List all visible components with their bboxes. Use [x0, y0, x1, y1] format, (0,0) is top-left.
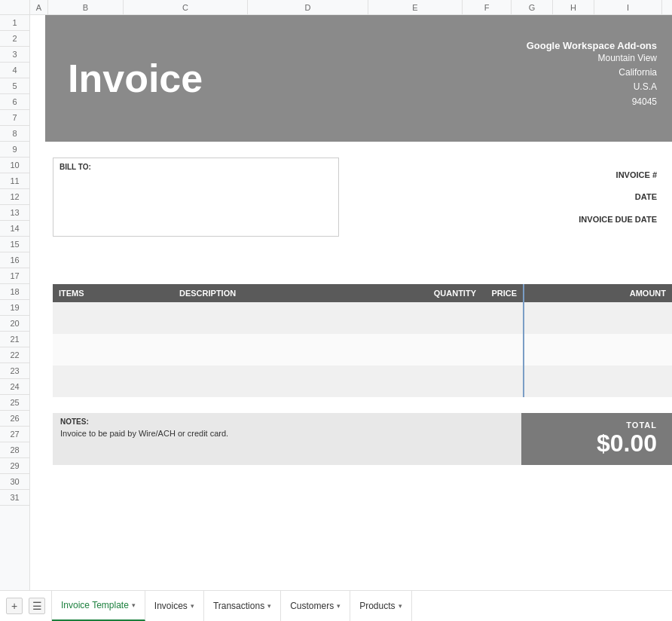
- items-table: ITEMS DESCRIPTION QUANTITY PRICE AMOUNT: [53, 284, 672, 397]
- row-num-24: 24: [0, 379, 29, 395]
- row-num-12: 12: [0, 189, 29, 205]
- total-section: TOTAL $0.00: [521, 413, 672, 465]
- row-num-3: 3: [0, 47, 29, 63]
- col-header-d[interactable]: D: [248, 0, 368, 14]
- invoice-title: Invoice: [68, 56, 203, 101]
- table-row[interactable]: [53, 302, 672, 334]
- amount-cell-3[interactable]: [524, 366, 672, 397]
- table-row[interactable]: [53, 366, 672, 397]
- qty-cell-3[interactable]: [407, 366, 482, 397]
- row-num-18: 18: [0, 284, 29, 300]
- desc-cell-1[interactable]: [173, 302, 407, 334]
- total-amount: $0.00: [597, 430, 657, 457]
- invoice-title-section: Invoice: [45, 15, 521, 142]
- company-info: Google Workspace Add-ons Mountain View C…: [521, 15, 672, 142]
- th-amount: AMOUNT: [524, 284, 672, 302]
- tab-transactions[interactable]: Transactions ▾: [204, 591, 281, 621]
- company-zip: 94045: [521, 95, 657, 109]
- bill-section: BILL TO: INVOICE # DATE INVOICE DUE DATE: [45, 158, 672, 237]
- tabs-list: Invoice Template ▾ Invoices ▾ Transactio…: [52, 591, 672, 621]
- sheet-content[interactable]: Invoice Google Workspace Add-ons Mountai…: [30, 15, 672, 590]
- tab-transactions-caret: ▾: [267, 602, 271, 610]
- tab-controls: + ☰: [0, 591, 52, 621]
- table-row[interactable]: [53, 334, 672, 366]
- notes-section: NOTES: Invoice to be paid by Wire/ACH or…: [53, 413, 521, 465]
- company-city: Mountain View: [521, 51, 657, 66]
- row-num-8: 8: [0, 126, 29, 142]
- tab-customers-label: Customers: [290, 601, 334, 611]
- row-num-9: 9: [0, 142, 29, 158]
- col-header-i[interactable]: I: [594, 0, 662, 14]
- th-price: PRICE: [482, 284, 524, 302]
- qty-cell-1[interactable]: [407, 302, 482, 334]
- tab-bar: + ☰ Invoice Template ▾ Invoices ▾ Transa…: [0, 590, 672, 621]
- table-body: [53, 302, 672, 397]
- add-sheet-button[interactable]: +: [6, 598, 23, 614]
- tab-transactions-label: Transactions: [213, 601, 264, 611]
- price-cell-2[interactable]: [482, 334, 524, 366]
- col-header-c[interactable]: C: [124, 0, 248, 14]
- notes-label: NOTES:: [60, 418, 514, 426]
- row-num-10: 10: [0, 158, 29, 173]
- desc-cell-2[interactable]: [173, 334, 407, 366]
- tab-invoice-template[interactable]: Invoice Template ▾: [52, 591, 145, 621]
- company-country: U.S.A: [521, 80, 657, 94]
- row-num-27: 27: [0, 427, 29, 442]
- row-num-1: 1: [0, 15, 29, 31]
- tab-invoices[interactable]: Invoices ▾: [145, 591, 204, 621]
- table-header: ITEMS DESCRIPTION QUANTITY PRICE AMOUNT: [53, 284, 672, 302]
- col-header-g[interactable]: G: [512, 0, 553, 14]
- item-cell-3[interactable]: [53, 366, 173, 397]
- desc-cell-3[interactable]: [173, 366, 407, 397]
- row-num-13: 13: [0, 205, 29, 221]
- row-num-26: 26: [0, 411, 29, 427]
- row-num-6: 6: [0, 94, 29, 110]
- tab-products[interactable]: Products ▾: [350, 591, 411, 621]
- bottom-section: NOTES: Invoice to be paid by Wire/ACH or…: [45, 413, 672, 465]
- bill-to-label: BILL TO:: [60, 163, 332, 171]
- tab-customers-caret: ▾: [337, 602, 341, 610]
- th-items: ITEMS: [53, 284, 173, 302]
- company-name: Google Workspace Add-ons: [521, 40, 657, 51]
- qty-cell-2[interactable]: [407, 334, 482, 366]
- row-num-30: 30: [0, 474, 29, 490]
- tab-products-caret: ▾: [399, 602, 402, 610]
- empty-row-8: [45, 142, 672, 158]
- invoice-header: Invoice Google Workspace Add-ons Mountai…: [45, 15, 672, 142]
- row-num-7: 7: [0, 110, 29, 126]
- empty-row-24: [45, 397, 672, 413]
- tab-invoices-caret: ▾: [191, 602, 194, 610]
- tab-customers[interactable]: Customers ▾: [281, 591, 350, 621]
- col-header-b[interactable]: B: [48, 0, 124, 14]
- price-cell-3[interactable]: [482, 366, 524, 397]
- row-num-17: 17: [0, 268, 29, 284]
- row-num-16: 16: [0, 252, 29, 268]
- date-label: DATE: [339, 189, 657, 204]
- sheet-list-button[interactable]: ☰: [29, 598, 45, 614]
- row-num-4: 4: [0, 63, 29, 78]
- item-cell-1[interactable]: [53, 302, 173, 334]
- bill-to-box[interactable]: BILL TO:: [53, 158, 339, 237]
- tab-invoice-template-label: Invoice Template: [61, 600, 129, 610]
- row-numbers: 1234567891011121314151617181920212223242…: [0, 15, 30, 590]
- row-num-11: 11: [0, 173, 29, 189]
- col-header-h[interactable]: H: [553, 0, 594, 14]
- col-header-f[interactable]: F: [463, 0, 512, 14]
- col-header-a[interactable]: A: [30, 0, 48, 14]
- row-num-5: 5: [0, 78, 29, 94]
- spreadsheet: A B C D E F G H I 1234567891011121314151…: [0, 0, 672, 590]
- column-headers: A B C D E F G H I: [0, 0, 672, 15]
- item-cell-2[interactable]: [53, 334, 173, 366]
- col-header-e[interactable]: E: [368, 0, 463, 14]
- row-num-2: 2: [0, 31, 29, 47]
- tab-products-label: Products: [359, 601, 395, 611]
- amount-cell-1[interactable]: [524, 302, 672, 334]
- row-num-15: 15: [0, 237, 29, 252]
- price-cell-1[interactable]: [482, 302, 524, 334]
- row-num-14: 14: [0, 221, 29, 237]
- corner-cell: [0, 0, 30, 14]
- amount-cell-2[interactable]: [524, 334, 672, 366]
- tab-invoice-template-caret: ▾: [132, 601, 136, 609]
- row-num-23: 23: [0, 363, 29, 379]
- row-num-25: 25: [0, 395, 29, 411]
